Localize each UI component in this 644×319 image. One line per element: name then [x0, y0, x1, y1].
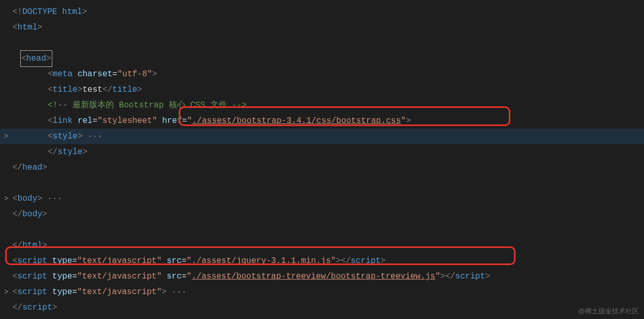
attr-type: type — [52, 269, 72, 284]
code-line[interactable]: <head> — [0, 51, 644, 66]
quote: " — [435, 269, 440, 284]
bracket: > — [37, 191, 42, 206]
attr-href: href — [162, 113, 182, 129]
bracket: > — [440, 269, 446, 284]
watermark-text: @稀土掘金技术社区 — [578, 307, 639, 316]
space — [162, 269, 167, 284]
bracket: > — [137, 82, 142, 98]
bracket: > — [52, 300, 58, 315]
tag-style: style — [53, 129, 78, 144]
space — [47, 253, 52, 269]
bracket: < — [21, 54, 26, 63]
code-line-blank[interactable] — [0, 222, 644, 238]
code-line[interactable]: <link rel="stylesheet" href="./assest/bo… — [0, 113, 644, 129]
attr-src: src — [167, 253, 182, 269]
bracket: > — [152, 66, 158, 82]
attr-src-value: ./assest/bootstrap-treeview/bootstrap-tr… — [192, 269, 435, 284]
bracket: </ — [12, 300, 22, 315]
code-line-blank[interactable] — [0, 175, 644, 191]
title-text: test — [82, 82, 102, 98]
tag-link: link — [53, 113, 73, 129]
fold-chevron-icon[interactable]: > — [2, 191, 10, 206]
bracket: < — [48, 129, 53, 144]
bracket: > — [82, 144, 88, 160]
bracket: </ — [445, 269, 455, 284]
tag-script: script — [18, 269, 48, 284]
bracket: </ — [12, 206, 22, 222]
bracket: > — [42, 160, 48, 175]
equals: = — [182, 269, 187, 284]
bracket: < — [48, 82, 53, 98]
tag-script-close: script — [455, 269, 485, 284]
code-line-blank[interactable] — [0, 35, 644, 51]
comment: <!-- 最新版本的 Bootstrap 核心 CSS 文件 --> — [48, 98, 247, 113]
quote: " — [187, 253, 192, 269]
bracket: < — [48, 66, 53, 82]
tag-title: title — [53, 82, 78, 98]
code-line[interactable]: <meta charset="utf-8"> — [0, 66, 644, 82]
doctype-name: html — [62, 4, 82, 20]
code-line[interactable]: <title>test</title> — [0, 82, 644, 98]
code-line[interactable]: > <body> ··· — [0, 191, 644, 206]
equals: = — [72, 269, 77, 284]
space — [73, 113, 78, 129]
code-line[interactable]: > <style> ··· — [0, 129, 644, 144]
tag-head-close: head — [22, 160, 42, 175]
quote: " — [187, 113, 192, 129]
attr-type: type — [52, 253, 72, 269]
doctype-bang: ! — [18, 4, 23, 20]
bracket: > — [82, 4, 87, 20]
space — [47, 284, 52, 300]
attr-value: "text/javascript" — [77, 253, 162, 269]
bracket: < — [12, 20, 18, 35]
equals: = — [112, 66, 118, 82]
attr-type: type — [52, 284, 72, 300]
bracket: > — [336, 253, 341, 269]
code-line[interactable]: </html> — [0, 238, 644, 253]
quote: " — [401, 113, 406, 129]
fold-chevron-icon[interactable]: > — [2, 129, 10, 144]
attr-charset: charset — [78, 66, 112, 82]
tag-script-close: script — [351, 253, 381, 269]
bracket: </ — [103, 82, 112, 98]
code-line[interactable]: <script type="text/javascript" src="./as… — [0, 269, 644, 284]
bracket: < — [12, 284, 18, 300]
code-editor[interactable]: <!DOCTYPE html> <html> <head> <meta char… — [0, 0, 644, 319]
code-line[interactable]: </head> — [0, 160, 644, 175]
cursor-selection: <head> — [20, 50, 52, 67]
bracket: > — [42, 206, 48, 222]
attr-src-value: ./assest/jquery-3.1.1.min.js — [192, 253, 331, 269]
fold-chevron-icon[interactable]: > — [2, 284, 10, 300]
equals: = — [72, 253, 77, 269]
folded-dots: ··· — [82, 129, 102, 144]
equals: = — [72, 284, 77, 300]
quote: " — [187, 269, 192, 284]
code-line[interactable]: <!DOCTYPE html> — [0, 4, 644, 20]
tag-script-close: script — [22, 300, 52, 315]
bracket: > — [381, 253, 386, 269]
tag-body-close: body — [22, 206, 42, 222]
code-line[interactable]: > <script type="text/javascript"> ··· — [0, 284, 644, 300]
tag-html: html — [18, 20, 37, 35]
code-line[interactable]: <script type="text/javascript" src="./as… — [0, 253, 644, 269]
bracket: </ — [12, 238, 22, 253]
code-line[interactable]: </body> — [0, 206, 644, 222]
folded-dots: ··· — [167, 284, 187, 300]
bracket: > — [46, 54, 51, 63]
tag-style-close: style — [58, 144, 82, 160]
code-line[interactable]: <!-- 最新版本的 Bootstrap 核心 CSS 文件 --> — [0, 98, 644, 113]
space — [47, 269, 52, 284]
bracket: < — [12, 253, 18, 269]
quote: " — [331, 253, 336, 269]
code-line[interactable]: <html> — [0, 20, 644, 35]
bracket: < — [12, 4, 18, 20]
code-line[interactable]: </style> — [0, 144, 644, 160]
equals: = — [182, 253, 187, 269]
bracket: < — [48, 113, 53, 129]
bracket: > — [162, 284, 167, 300]
code-line[interactable]: </script> — [0, 300, 644, 315]
space — [73, 66, 78, 82]
attr-value: "stylesheet" — [97, 113, 157, 129]
equals: = — [182, 113, 187, 129]
space — [157, 113, 162, 129]
